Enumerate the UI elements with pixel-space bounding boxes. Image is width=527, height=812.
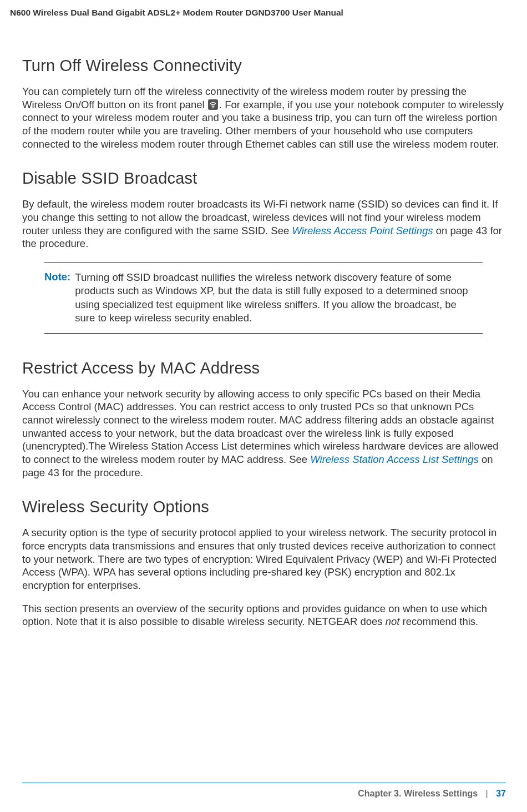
paragraph-disable-ssid: By default, the wireless modem router br… [22, 198, 505, 250]
emphasis-not: not [386, 616, 400, 627]
heading-disable-ssid: Disable SSID Broadcast [22, 169, 505, 188]
heading-wireless-security-options: Wireless Security Options [22, 498, 505, 516]
page-footer: Chapter 3. Wireless Settings | 37 [22, 783, 506, 799]
heading-turn-off-wireless: Turn Off Wireless Connectivity [22, 57, 505, 75]
section-wireless-security-options: Wireless Security Options A security opt… [22, 498, 505, 628]
note-box: Note: Turning off SSID broadcast nullifi… [44, 263, 483, 334]
section-disable-ssid: Disable SSID Broadcast By default, the w… [22, 169, 505, 333]
link-wireless-ap-settings[interactable]: Wireless Access Point Settings [292, 225, 433, 236]
page-header: N600 Wireless Dual Band Gigabit ADSL2+ M… [0, 0, 527, 18]
footer-page-number: 37 [496, 789, 506, 798]
section-turn-off-wireless: Turn Off Wireless Connectivity You can c… [22, 57, 505, 150]
svg-point-1 [212, 107, 214, 108]
header-title: N600 Wireless Dual Band Gigabit ADSL2+ M… [10, 8, 343, 17]
section-restrict-mac: Restrict Access by MAC Address You can e… [22, 359, 505, 480]
paragraph-security-options-2: This section presents an overview of the… [22, 602, 505, 628]
paragraph-turn-off-wireless: You can completely turn off the wireless… [22, 85, 505, 150]
svg-rect-0 [208, 99, 218, 110]
note-text: Turning off SSID broadcast nullifies the… [75, 271, 477, 325]
footer-separator: | [486, 789, 488, 798]
paragraph-text: recommend this. [399, 616, 478, 627]
footer-chapter: Chapter 3. Wireless Settings [358, 789, 478, 798]
link-wireless-station-access[interactable]: Wireless Station Access List Settings [310, 453, 479, 465]
page-content: Turn Off Wireless Connectivity You can c… [0, 18, 527, 628]
paragraph-restrict-mac: You can enhance your network security by… [22, 387, 505, 480]
heading-restrict-mac: Restrict Access by MAC Address [22, 359, 505, 377]
wifi-button-icon [208, 99, 218, 110]
paragraph-security-options-1: A security option is the type of securit… [22, 526, 505, 592]
note-label: Note: [44, 271, 70, 283]
